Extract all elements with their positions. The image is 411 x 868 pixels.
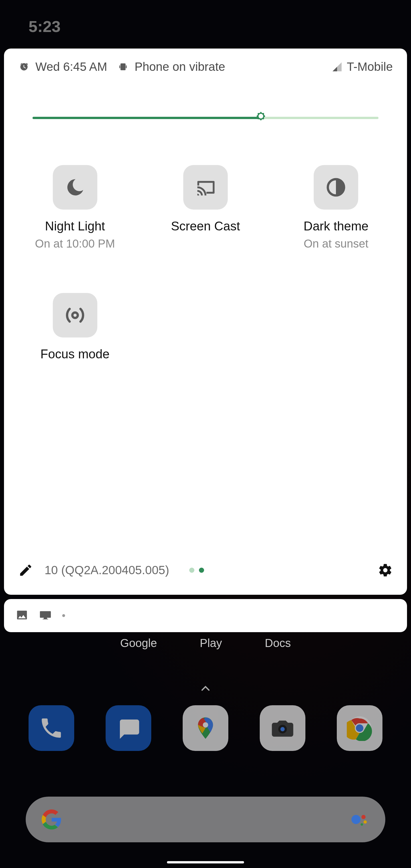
page-dot[interactable]: [199, 568, 204, 573]
tile-focus-mode[interactable]: Focus mode: [18, 293, 132, 362]
dock: [0, 705, 411, 751]
qs-header: Wed 6:45 AM Phone on vibrate T-Mobile: [18, 60, 393, 74]
svg-point-11: [363, 820, 367, 824]
page-dots: [189, 568, 204, 573]
folder-label[interactable]: Play: [200, 637, 222, 650]
svg-point-10: [361, 815, 366, 819]
dock-maps-icon[interactable]: [183, 705, 228, 751]
svg-point-8: [356, 724, 363, 732]
qs-header-left: Wed 6:45 AM Phone on vibrate: [18, 60, 327, 74]
tile-label: Dark theme: [304, 219, 369, 234]
dock-camera-icon[interactable]: [260, 705, 306, 751]
folder-labels: GooglePlayDocs: [0, 637, 411, 650]
ringer-text[interactable]: Phone on vibrate: [134, 60, 225, 74]
edit-icon[interactable]: [18, 563, 33, 578]
search-bar[interactable]: [26, 797, 385, 842]
carrier-text[interactable]: T-Mobile: [347, 60, 393, 74]
tile-label: Night Light: [45, 219, 105, 234]
brightness-thumb[interactable]: [253, 111, 268, 125]
notification-shelf[interactable]: [4, 599, 407, 632]
svg-point-12: [360, 823, 363, 826]
svg-point-3: [203, 722, 208, 727]
tile-screen-cast[interactable]: Screen Cast: [149, 165, 262, 250]
build-text: 10 (QQ2A.200405.005): [44, 563, 169, 577]
brightness-slider[interactable]: [18, 111, 393, 125]
quick-settings-panel: Wed 6:45 AM Phone on vibrate T-Mobile Ni…: [4, 49, 407, 595]
svg-point-5: [281, 727, 285, 731]
qs-footer: 10 (QQ2A.200405.005): [18, 563, 393, 586]
alarm-text[interactable]: Wed 6:45 AM: [35, 60, 107, 74]
signal-icon: [331, 61, 343, 72]
dock-messages-icon[interactable]: [105, 705, 151, 751]
folder-label[interactable]: Google: [120, 637, 157, 650]
qs-header-right: T-Mobile: [331, 60, 393, 74]
tile-night-light[interactable]: Night LightOn at 10:00 PM: [18, 165, 132, 250]
vibrate-icon: [117, 61, 129, 72]
svg-point-0: [259, 114, 263, 118]
cast-shelf-icon: [39, 609, 52, 623]
svg-point-9: [351, 815, 360, 824]
tile-dark-theme[interactable]: Dark themeOn at sunset: [279, 165, 393, 250]
halfcircle-icon[interactable]: [314, 165, 358, 210]
dock-chrome-icon[interactable]: [337, 705, 382, 751]
app-drawer-handle[interactable]: [200, 682, 211, 694]
tile-label: Screen Cast: [171, 219, 240, 234]
image-icon: [15, 609, 29, 623]
folder-label[interactable]: Docs: [265, 637, 291, 650]
tile-label: Focus mode: [40, 347, 109, 362]
moon-icon[interactable]: [53, 165, 97, 210]
svg-point-2: [72, 312, 77, 318]
tile-sublabel: On at sunset: [304, 237, 369, 250]
brightness-fill: [33, 117, 261, 119]
assistant-icon[interactable]: [349, 809, 369, 830]
page-dot[interactable]: [189, 568, 194, 573]
tiles-grid: Night LightOn at 10:00 PMScreen CastDark…: [18, 165, 393, 362]
dock-phone-icon[interactable]: [29, 705, 74, 751]
small-dot-icon: [62, 614, 65, 617]
focus-icon[interactable]: [53, 293, 97, 338]
google-logo-icon: [42, 809, 62, 830]
settings-icon[interactable]: [378, 563, 393, 578]
cast-icon[interactable]: [183, 165, 228, 210]
tile-sublabel: On at 10:00 PM: [35, 237, 115, 250]
nav-handle[interactable]: [167, 861, 244, 863]
brightness-track: [33, 117, 378, 119]
alarm-icon: [18, 61, 30, 72]
